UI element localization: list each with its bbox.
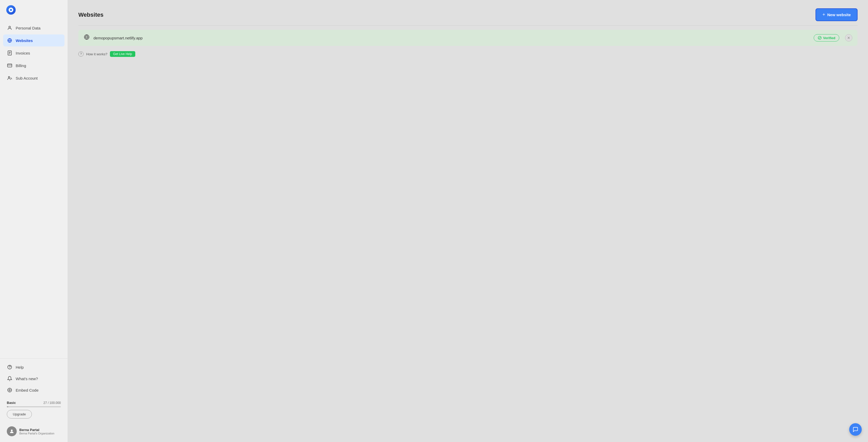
logo[interactable] — [0, 0, 68, 20]
plan-row: Basic 27 / 100.000 — [7, 401, 61, 405]
live-help-button[interactable]: Get Live Help — [110, 51, 135, 57]
plan-progress-fill — [7, 406, 8, 407]
invoice-icon — [7, 50, 12, 56]
main-header: Websites + New website — [78, 8, 858, 26]
user-profile[interactable]: Berna Partal Berna Partal's Organization — [3, 424, 64, 439]
website-row: demopopupsmart.netlify.app Verified — [78, 30, 858, 46]
globe-icon — [7, 38, 12, 43]
logo-icon — [6, 5, 16, 14]
sidebar-item-sub-account[interactable]: Sub Account — [3, 72, 64, 84]
sidebar-item-help[interactable]: Help — [3, 362, 64, 373]
plan-progress-bar — [7, 406, 61, 407]
sidebar-item-sub-account-label: Sub Account — [16, 76, 38, 80]
user-org: Berna Partal's Organization — [19, 432, 54, 435]
billing-icon — [7, 63, 12, 68]
sidebar-item-billing-label: Billing — [16, 63, 26, 68]
main-content: Websites + New website demopopupsmart.ne… — [68, 0, 868, 442]
new-website-button-label: New website — [827, 12, 851, 17]
website-globe-icon — [84, 34, 90, 42]
upgrade-button[interactable]: Upgrade — [7, 410, 32, 418]
remove-website-button[interactable] — [845, 34, 852, 41]
sidebar-item-help-label: Help — [16, 365, 24, 370]
svg-point-0 — [9, 26, 11, 28]
website-url: demopopupsmart.netlify.app — [93, 36, 810, 40]
svg-rect-6 — [7, 64, 12, 67]
sidebar-item-personal-data-label: Personal Data — [16, 26, 40, 30]
svg-point-12 — [9, 389, 10, 391]
person-icon — [7, 25, 12, 31]
help-icon — [7, 364, 12, 370]
sidebar-item-embed-code[interactable]: Embed Code — [3, 384, 64, 396]
sidebar: Personal Data Websites — [0, 0, 68, 442]
new-website-button[interactable]: + New website — [815, 8, 858, 21]
verified-label: Verified — [823, 36, 835, 40]
sidebar-item-invoices-label: Invoices — [16, 51, 30, 55]
sidebar-bottom: Help What's new? Embed Code — [0, 358, 68, 442]
sidebar-item-billing[interactable]: Billing — [3, 60, 64, 71]
svg-point-13 — [11, 430, 13, 431]
user-info: Berna Partal Berna Partal's Organization — [19, 428, 54, 435]
sidebar-item-invoices[interactable]: Invoices — [3, 47, 64, 59]
sidebar-item-websites[interactable]: Websites — [3, 34, 64, 46]
plan-count: 27 / 100.000 — [43, 401, 61, 405]
sidebar-nav: Personal Data Websites — [0, 20, 68, 358]
avatar — [7, 426, 17, 436]
how-it-works-section: ? How it works? Get Live Help — [78, 51, 858, 57]
sidebar-item-personal-data[interactable]: Personal Data — [3, 22, 64, 34]
user-name: Berna Partal — [19, 428, 54, 432]
sidebar-item-whats-new[interactable]: What's new? — [3, 373, 64, 384]
sidebar-item-websites-label: Websites — [16, 38, 33, 43]
embed-icon — [7, 387, 12, 393]
page-title: Websites — [78, 11, 103, 18]
verified-badge: Verified — [814, 34, 839, 41]
chat-widget-button[interactable] — [849, 423, 862, 436]
sidebar-item-embed-code-label: Embed Code — [16, 388, 39, 393]
sidebar-item-whats-new-label: What's new? — [16, 376, 38, 381]
plus-icon: + — [822, 12, 825, 18]
plan-section: Basic 27 / 100.000 Upgrade — [3, 398, 64, 422]
bell-icon — [7, 376, 12, 381]
sub-account-icon — [7, 75, 12, 81]
how-it-works-text: How it works? — [86, 52, 107, 56]
question-icon: ? — [78, 52, 84, 57]
plan-name: Basic — [7, 401, 16, 405]
svg-point-8 — [8, 76, 10, 78]
